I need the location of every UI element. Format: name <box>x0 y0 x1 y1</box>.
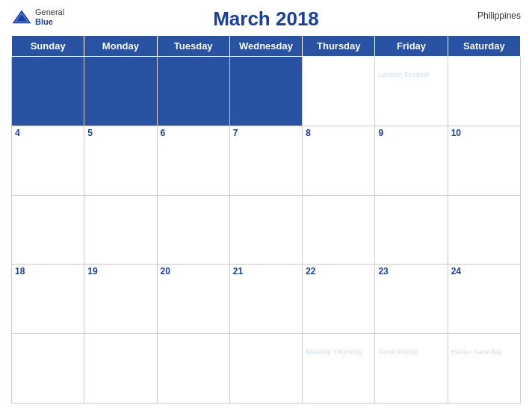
day-number: 23 <box>378 266 444 276</box>
day-number: 4 <box>15 128 81 138</box>
holiday-name: Lantern Festival <box>378 70 444 79</box>
calendar-cell: 22 <box>303 265 375 334</box>
calendar-week-row: 11121314151617 <box>12 195 521 265</box>
day-number: 8 <box>306 128 371 138</box>
calendar-wrapper: General Blue March 2018 Philippines Sund… <box>0 0 532 411</box>
day-number: 29 <box>306 336 371 346</box>
weekday-header-sunday: Sunday <box>12 36 84 57</box>
calendar-cell: 11 <box>12 195 84 265</box>
day-number: 21 <box>233 266 299 276</box>
day-number: 30 <box>378 336 444 346</box>
calendar-week-row: 45678910 <box>12 126 521 195</box>
day-number: 7 <box>233 128 299 138</box>
calendar-cell: 15 <box>303 195 375 265</box>
day-number: 28 <box>233 336 299 346</box>
calendar-cell: 25 <box>12 334 84 404</box>
calendar-cell: 6 <box>157 126 229 195</box>
calendar-week-row: 12Lantern Festival3 <box>12 57 521 126</box>
calendar-cell: 17 <box>448 195 520 265</box>
day-number: 16 <box>378 197 444 208</box>
day-number: 20 <box>161 266 226 276</box>
calendar-tbody: 12Lantern Festival3456789101112131415161… <box>12 57 521 404</box>
calendar-cell: 3 <box>448 57 520 126</box>
calendar-cell: 12 <box>84 195 157 265</box>
weekday-header-wednesday: Wednesday <box>229 36 302 57</box>
calendar-cell: 16 <box>375 195 448 265</box>
logo-area: General Blue <box>11 7 64 27</box>
day-number: 6 <box>161 128 226 138</box>
calendar-cell: 31Easter Saturday <box>448 334 520 404</box>
calendar-cell: 19 <box>84 265 157 334</box>
calendar-cell: 2Lantern Festival <box>375 57 448 126</box>
calendar-cell <box>12 57 84 126</box>
calendar-cell: 21 <box>229 265 302 334</box>
calendar-thead: SundayMondayTuesdayWednesdayThursdayFrid… <box>12 36 521 57</box>
calendar-cell: 8 <box>303 126 375 195</box>
day-number: 5 <box>87 128 153 138</box>
calendar-cell: 14 <box>229 195 302 265</box>
calendar-cell: 13 <box>157 195 229 265</box>
holiday-name: Easter Saturday <box>451 347 517 356</box>
calendar-cell: 4 <box>12 126 84 195</box>
weekday-header-friday: Friday <box>375 36 448 57</box>
day-number: 1 <box>306 58 371 69</box>
calendar-title: March 2018 <box>213 7 319 31</box>
day-number: 10 <box>451 128 517 138</box>
weekday-header-monday: Monday <box>84 36 157 57</box>
generalblue-logo-icon <box>11 9 32 25</box>
country-label: Philippines <box>477 10 521 21</box>
day-number: 17 <box>451 197 517 208</box>
calendar-cell: 5 <box>84 126 157 195</box>
calendar-header: General Blue March 2018 Philippines <box>11 7 521 31</box>
calendar-cell: 23 <box>375 265 448 334</box>
weekday-header-thursday: Thursday <box>303 36 375 57</box>
logo-blue-text: Blue <box>35 17 64 27</box>
day-number: 11 <box>15 197 81 208</box>
calendar-cell <box>157 57 229 126</box>
calendar-cell <box>84 57 157 126</box>
holiday-name: Maundy Thursday <box>306 347 371 356</box>
calendar-cell: 20 <box>157 265 229 334</box>
calendar-cell: 1 <box>303 57 375 126</box>
calendar-cell: 9 <box>375 126 448 195</box>
day-number: 25 <box>15 336 81 346</box>
calendar-cell: 26 <box>84 334 157 404</box>
calendar-cell: 28 <box>229 334 302 404</box>
calendar-cell: 10 <box>448 126 520 195</box>
calendar-cell: 18 <box>12 265 84 334</box>
calendar-table: SundayMondayTuesdayWednesdayThursdayFrid… <box>11 35 521 404</box>
day-number: 22 <box>306 266 371 276</box>
calendar-cell: 27 <box>157 334 229 404</box>
calendar-cell <box>229 57 302 126</box>
day-number: 12 <box>87 197 153 208</box>
day-number: 19 <box>87 266 153 276</box>
weekday-header-tuesday: Tuesday <box>157 36 229 57</box>
calendar-week-row: 2526272829Maundy Thursday30Good Friday31… <box>12 334 521 404</box>
day-number: 2 <box>378 58 444 69</box>
holiday-name: Good Friday <box>378 347 444 356</box>
day-number: 14 <box>233 197 299 208</box>
calendar-cell: 30Good Friday <box>375 334 448 404</box>
weekday-header-saturday: Saturday <box>448 36 520 57</box>
day-number: 15 <box>306 197 371 208</box>
calendar-cell: 29Maundy Thursday <box>303 334 375 404</box>
day-number: 24 <box>451 266 517 276</box>
day-number: 31 <box>451 336 517 346</box>
calendar-cell: 7 <box>229 126 302 195</box>
calendar-cell: 24 <box>448 265 520 334</box>
logo-general-text: General <box>35 7 64 17</box>
weekday-header-row: SundayMondayTuesdayWednesdayThursdayFrid… <box>12 36 521 57</box>
day-number: 9 <box>378 128 444 138</box>
day-number: 13 <box>161 197 226 208</box>
day-number: 18 <box>15 266 81 276</box>
day-number: 27 <box>161 336 226 346</box>
day-number: 3 <box>451 58 517 69</box>
day-number: 26 <box>87 336 153 346</box>
calendar-week-row: 18192021222324 <box>12 265 521 334</box>
